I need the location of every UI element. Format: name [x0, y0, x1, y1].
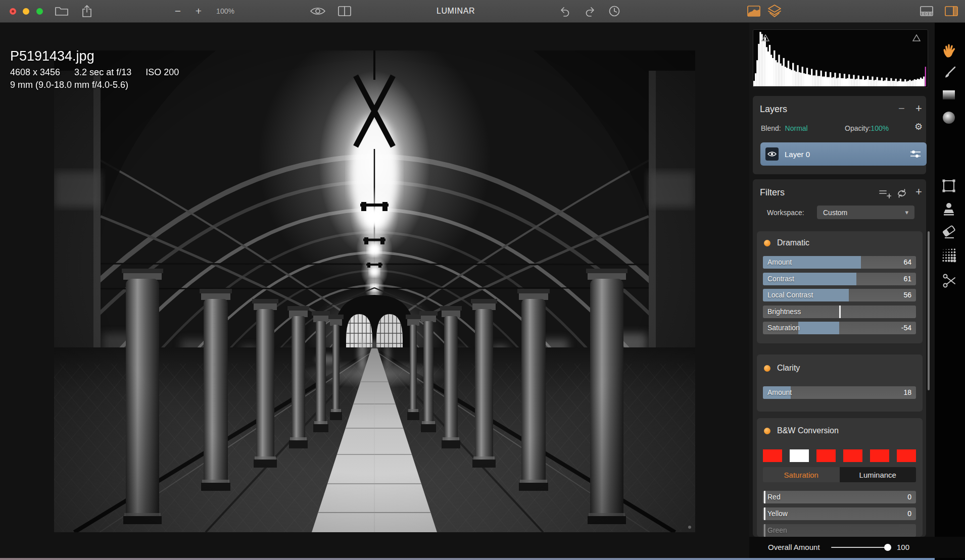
tab-luminance[interactable]: Luminance: [840, 467, 916, 482]
quick-preview-eye-button[interactable]: [310, 0, 325, 22]
color-swatch[interactable]: [816, 449, 836, 462]
layer-row[interactable]: Layer 0: [760, 142, 927, 166]
photo-canvas[interactable]: [54, 50, 695, 532]
amount-slider[interactable]: Amount64: [763, 256, 916, 269]
brush-tool-button[interactable]: [941, 65, 957, 81]
filter-section-dramatic: Dramatic Amount64 Contrast61 Local Contr…: [757, 231, 923, 343]
color-swatch[interactable]: [790, 449, 809, 462]
slider-thumb[interactable]: [764, 491, 765, 503]
filters-panel: Filters + Workspace: Custom ▾ Dramatic A…: [753, 179, 926, 537]
bottom-edge-highlight: [0, 558, 965, 560]
section-name: Dramatic: [777, 238, 809, 247]
filmstrip-toggle[interactable]: [920, 0, 933, 22]
highlight-clipping-warning-icon[interactable]: [912, 34, 921, 41]
app-title: LUMINAR: [437, 0, 475, 22]
zoom-window-button[interactable]: [36, 8, 43, 15]
green-slider[interactable]: Green: [763, 524, 916, 537]
gradient-tool-button[interactable]: [941, 87, 957, 103]
filters-scrollbar[interactable]: [928, 231, 930, 390]
titlebar: − + 100% LUMINAR: [0, 0, 965, 23]
filter-enabled-dot-icon[interactable]: [764, 428, 770, 434]
color-swatch[interactable]: [843, 449, 862, 462]
layers-panel: Layers − + Blend: Normal Opacity:100% ⚙ …: [753, 96, 926, 174]
slider-thumb[interactable]: [839, 306, 841, 318]
brightness-slider[interactable]: Brightness: [763, 306, 916, 318]
shadow-clipping-warning-icon[interactable]: [761, 34, 769, 41]
saturation-slider[interactable]: Saturation-54: [763, 322, 916, 334]
slider-thumb[interactable]: [764, 524, 765, 537]
compare-split-view-button[interactable]: [338, 0, 351, 22]
slider-value: -54: [901, 322, 911, 334]
radial-mask-tool-button[interactable]: [941, 110, 957, 126]
color-swatch[interactable]: [897, 449, 916, 462]
layers-panel-toggle[interactable]: [768, 0, 781, 22]
eraser-icon: [941, 224, 957, 240]
histogram[interactable]: [753, 29, 928, 88]
hand-tool-button[interactable]: [941, 42, 957, 59]
filter-enabled-dot-icon[interactable]: [764, 365, 770, 372]
blend-mode-value[interactable]: Normal: [785, 124, 808, 132]
halftone-dots-icon: [941, 247, 956, 263]
clarity-header[interactable]: Clarity: [764, 364, 800, 373]
history-clock-button[interactable]: [608, 0, 620, 22]
scissors-icon: [941, 273, 956, 289]
zoom-level[interactable]: 100%: [214, 0, 236, 22]
open-file-button[interactable]: [55, 0, 68, 22]
opacity-value[interactable]: 100%: [871, 124, 889, 132]
histogram-panel-toggle[interactable]: [747, 0, 760, 22]
slider-thumb[interactable]: [764, 507, 765, 520]
layer-gear-icon[interactable]: ⚙: [914, 121, 923, 132]
slider-label: Contrast: [767, 273, 794, 285]
yellow-slider[interactable]: Yellow0: [763, 507, 916, 520]
layer-adjustments-icon[interactable]: [909, 150, 922, 158]
crop-tool-button[interactable]: [941, 178, 957, 194]
slider-value: 0: [907, 507, 911, 520]
slider-value: 56: [903, 289, 911, 301]
layer-visibility-eye-icon[interactable]: [765, 147, 779, 161]
tab-saturation[interactable]: Saturation: [763, 467, 840, 482]
denoise-tool-button[interactable]: [941, 247, 957, 263]
overall-amount-thumb[interactable]: [884, 544, 891, 551]
undo-button[interactable]: [559, 0, 571, 22]
filter-section-bw-conversion: B&W Conversion Saturation Luminance Red0…: [757, 418, 923, 537]
color-swatch-row: [763, 449, 916, 462]
radial-gradient-icon: [941, 110, 957, 126]
image-exposure: 3.2 sec at f/13: [74, 67, 131, 77]
workspace-value: Custom: [823, 209, 847, 217]
bw-conversion-header[interactable]: B&W Conversion: [764, 426, 839, 435]
slider-value: 61: [903, 273, 911, 285]
layer-name: Layer 0: [785, 150, 909, 159]
clone-stamp-tool-button[interactable]: [941, 201, 957, 217]
redo-button[interactable]: [584, 0, 596, 22]
filter-presets-icon[interactable]: [879, 189, 891, 198]
side-panel-toggle[interactable]: [945, 0, 958, 22]
red-slider[interactable]: Red0: [763, 491, 916, 503]
color-swatch[interactable]: [763, 449, 782, 462]
workspace-label: Workspace:: [767, 209, 804, 217]
scissors-tool-button[interactable]: [941, 273, 957, 289]
workspace-dropdown[interactable]: Custom ▾: [817, 206, 914, 219]
reset-sync-icon[interactable]: [896, 188, 907, 199]
slider-value: 0: [907, 491, 911, 503]
slider-value: 18: [903, 386, 911, 399]
eraser-tool-button[interactable]: [941, 224, 957, 240]
filter-enabled-dot-icon[interactable]: [764, 240, 770, 246]
image-filename: P5191434.jpg: [10, 48, 193, 64]
section-name: B&W Conversion: [777, 426, 839, 435]
color-swatch[interactable]: [870, 449, 889, 462]
dramatic-header[interactable]: Dramatic: [764, 238, 809, 247]
blend-label: Blend:: [761, 124, 781, 132]
add-layer-button[interactable]: +: [915, 102, 922, 115]
clarity-amount-slider[interactable]: Amount18: [763, 386, 916, 399]
minimize-window-button[interactable]: [23, 8, 29, 15]
crop-frame-icon: [941, 178, 957, 194]
close-window-button[interactable]: [10, 8, 16, 15]
remove-layer-button[interactable]: −: [898, 102, 905, 115]
add-filter-button[interactable]: +: [915, 185, 922, 198]
contrast-slider[interactable]: Contrast61: [763, 273, 916, 285]
zoom-in-button[interactable]: +: [195, 0, 203, 22]
zoom-out-button[interactable]: −: [174, 0, 182, 22]
overall-amount-slider[interactable]: [831, 547, 888, 548]
local-contrast-slider[interactable]: Local Contrast56: [763, 289, 916, 301]
share-export-button[interactable]: [81, 0, 92, 22]
